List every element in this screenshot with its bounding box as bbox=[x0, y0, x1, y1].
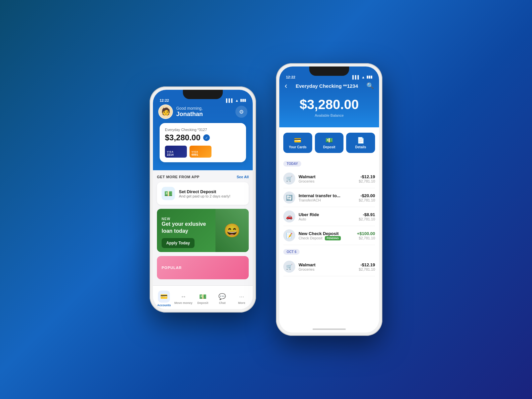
nav-chat-label: Chat bbox=[219, 301, 225, 305]
tx-transfer-balance: $2,781.10 bbox=[359, 198, 375, 202]
nav-move-money[interactable]: ↔ Move money bbox=[174, 291, 193, 305]
transaction-walmart-2[interactable]: 🛒 Walmart Groceries -$12.19 $2,781.10 bbox=[283, 257, 375, 276]
details-button[interactable]: 📄 Details bbox=[346, 133, 375, 153]
tx-transfer-name: Internal transfer to... bbox=[299, 193, 355, 198]
nav-deposit[interactable]: 💵 Deposit bbox=[193, 290, 212, 305]
promo-subtitle: And get paid up to 2 days early! bbox=[179, 194, 230, 198]
chat-icon: 💬 bbox=[218, 293, 226, 300]
cards-icon: 💳 bbox=[285, 137, 310, 144]
loan-tag: NEW bbox=[162, 217, 211, 221]
notch-2 bbox=[309, 66, 349, 76]
tx-uber-icon: 🚗 bbox=[283, 210, 295, 222]
wifi-icon-2: ▲ bbox=[361, 75, 365, 79]
your-cards-button[interactable]: 💳 Your Cards bbox=[283, 133, 312, 153]
tx-check-amount: +$100.00 bbox=[357, 231, 375, 236]
big-balance-amount: $3,280.00 bbox=[285, 97, 374, 112]
card-orange[interactable]: VISA 6891 bbox=[190, 146, 211, 158]
nav-accounts[interactable]: 💳 Accounts bbox=[154, 288, 174, 307]
transactions-list: TODAY 🛒 Walmart Groceries -$12.19 $2,781… bbox=[279, 157, 379, 326]
popular-banner[interactable]: POPULAR bbox=[157, 256, 249, 279]
home-indicator bbox=[313, 329, 346, 330]
deposit-icon: 💵 bbox=[199, 293, 206, 300]
time-1: 12:22 bbox=[160, 98, 169, 102]
see-all-button[interactable]: See All bbox=[237, 175, 249, 179]
tx-walmart-balance: $2,781.10 bbox=[359, 179, 375, 183]
nav-active-bg: 💳 bbox=[158, 291, 170, 303]
deposit-action-icon: 💵 bbox=[317, 137, 342, 144]
available-label: Available Balance bbox=[285, 113, 374, 117]
oct6-badge: OCT 6 bbox=[283, 249, 300, 255]
tx-uber-amount: -$8.91 bbox=[359, 212, 375, 217]
card-dark[interactable]: VISA 2214 bbox=[165, 146, 187, 158]
tx-walmart2-icon: 🛒 bbox=[283, 261, 295, 273]
pending-badge: PENDING bbox=[325, 236, 341, 240]
phone1-header: 🧑 Good morning, Jonathan ⚙ Everyday Chec… bbox=[153, 104, 253, 170]
popular-label: POPULAR bbox=[162, 266, 182, 270]
details-label: Details bbox=[348, 145, 373, 149]
move-money-icon: ↔ bbox=[181, 293, 187, 300]
transaction-uber[interactable]: 🚗 Uber Ride Auto -$8.91 $2,781.10 bbox=[283, 207, 375, 226]
loan-image: 😄 bbox=[215, 209, 249, 252]
phone2-header: ‹ Everyday Checking **1234 🔍 $3,280.00 A… bbox=[279, 81, 379, 127]
promo-icon: 💵 bbox=[162, 187, 175, 200]
avatar: 🧑 bbox=[158, 104, 173, 119]
nav-chat[interactable]: 💬 Chat bbox=[212, 290, 232, 305]
back-button[interactable]: ‹ bbox=[285, 81, 287, 90]
wifi-icon: ▲ bbox=[235, 98, 239, 102]
tx-check-cat: Check Deposit PENDING bbox=[299, 236, 353, 240]
transaction-walmart-1[interactable]: 🛒 Walmart Groceries -$12.19 $2,781.10 bbox=[283, 169, 375, 188]
signal-icon-2: ▌▌▌ bbox=[352, 75, 360, 79]
tx-walmart2-amount: -$12.19 bbox=[359, 262, 375, 267]
battery-icon-2: ▮▮▮ bbox=[366, 75, 372, 79]
apply-today-button[interactable]: Apply Today bbox=[162, 238, 195, 248]
avatar-greeting: 🧑 Good morning, Jonathan bbox=[158, 104, 203, 119]
status-icons-1: ▌▌▌ ▲ ▮▮▮ bbox=[226, 98, 246, 102]
search-button[interactable]: 🔍 bbox=[366, 82, 374, 89]
promo-card[interactable]: 💵 Set Direct Deposit And get paid up to … bbox=[157, 182, 249, 205]
account-title: Everyday Checking **1234 bbox=[296, 83, 358, 89]
cards-label: Your Cards bbox=[285, 145, 310, 149]
tx-walmart2-name: Walmart bbox=[299, 262, 355, 267]
bottom-nav: 💳 Accounts ↔ Move money 💵 Deposit 💬 Chat bbox=[153, 285, 253, 309]
tx-walmart2-balance: $2,781.10 bbox=[359, 267, 375, 271]
tx-uber-balance: $2,781.10 bbox=[359, 217, 375, 221]
nav-more-label: More bbox=[238, 301, 245, 305]
accounts-icon: 💳 bbox=[160, 293, 168, 300]
account-label: Everyday Checking *3127 bbox=[165, 128, 241, 132]
tx-check-icon: 📝 bbox=[283, 229, 295, 241]
tx-transfer-cat: Transfer/ACH bbox=[299, 198, 355, 202]
tx-uber-cat: Auto bbox=[299, 217, 355, 221]
notch bbox=[183, 90, 223, 99]
transaction-check-deposit[interactable]: 📝 New Check Deposit Check Deposit PENDIN… bbox=[283, 226, 375, 245]
tx-transfer-icon: 🔄 bbox=[283, 192, 295, 203]
loan-banner[interactable]: NEW Get your exlusive loan today Apply T… bbox=[157, 209, 249, 252]
cards-row: VISA 2214 VISA 6891 bbox=[165, 146, 241, 158]
tx-walmart-cat: Groceries bbox=[299, 179, 355, 183]
tx-check-balance: $2,781.10 bbox=[357, 236, 375, 240]
nav-move-money-label: Move money bbox=[174, 301, 193, 305]
account-card[interactable]: Everyday Checking *3127 $3,280.00 ✓ VISA… bbox=[160, 123, 246, 162]
tx-check-name: New Check Deposit bbox=[299, 231, 353, 236]
settings-button[interactable]: ⚙ bbox=[235, 106, 247, 118]
tx-walmart-amount: -$12.19 bbox=[359, 174, 375, 179]
tx-walmart-name: Walmart bbox=[299, 174, 355, 179]
battery-icon: ▮▮▮ bbox=[240, 98, 246, 102]
more-icon: ··· bbox=[239, 293, 244, 300]
user-name: Jonathan bbox=[176, 111, 203, 118]
tx-walmart-icon: 🛒 bbox=[283, 173, 295, 185]
phone-1: 12:22 ▌▌▌ ▲ ▮▮▮ 🧑 Good morning, Jonathan bbox=[150, 86, 256, 313]
status-icons-2: ▌▌▌ ▲ ▮▮▮ bbox=[352, 75, 372, 79]
greeting-text: Good morning, bbox=[176, 106, 203, 111]
promo-title: Set Direct Deposit bbox=[179, 189, 230, 194]
tx-transfer-amount: -$20.00 bbox=[359, 193, 375, 198]
nav-more[interactable]: ··· More bbox=[232, 291, 251, 305]
account-balance: $3,280.00 bbox=[165, 133, 200, 142]
transaction-transfer[interactable]: 🔄 Internal transfer to... Transfer/ACH -… bbox=[283, 188, 375, 207]
home-indicator-area bbox=[279, 326, 379, 332]
tx-walmart2-cat: Groceries bbox=[299, 267, 355, 271]
nav-accounts-label: Accounts bbox=[157, 304, 171, 307]
today-badge: TODAY bbox=[283, 161, 301, 167]
section-title: GET MORE FROM APP bbox=[157, 175, 200, 179]
tx-uber-name: Uber Ride bbox=[299, 212, 355, 217]
deposit-button[interactable]: 💵 Deposit bbox=[315, 133, 344, 153]
